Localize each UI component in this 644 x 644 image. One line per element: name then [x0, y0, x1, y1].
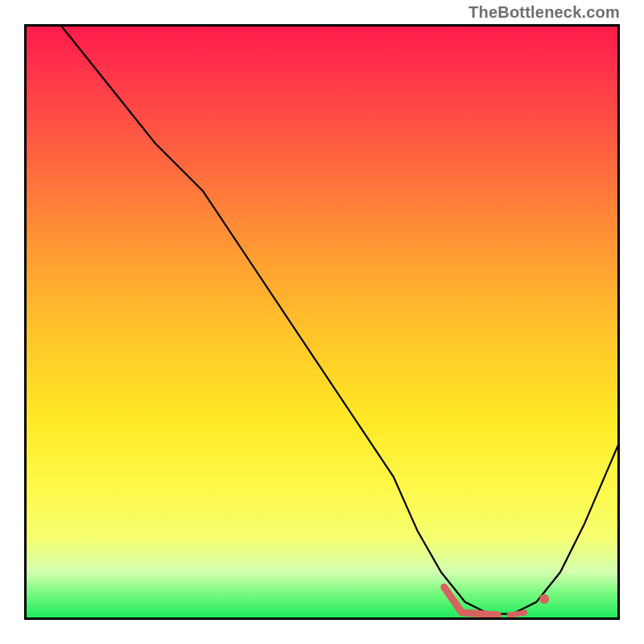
bottleneck-curve [60, 24, 620, 614]
marker-layer [444, 587, 549, 615]
highlight-segment-left [444, 587, 498, 615]
highlight-dot [539, 594, 549, 604]
highlight-dash [510, 613, 525, 615]
chart-frame [24, 24, 620, 620]
attribution-text: TheBottleneck.com [469, 3, 620, 22]
chart-svg [24, 24, 620, 620]
curve-path [60, 24, 620, 614]
